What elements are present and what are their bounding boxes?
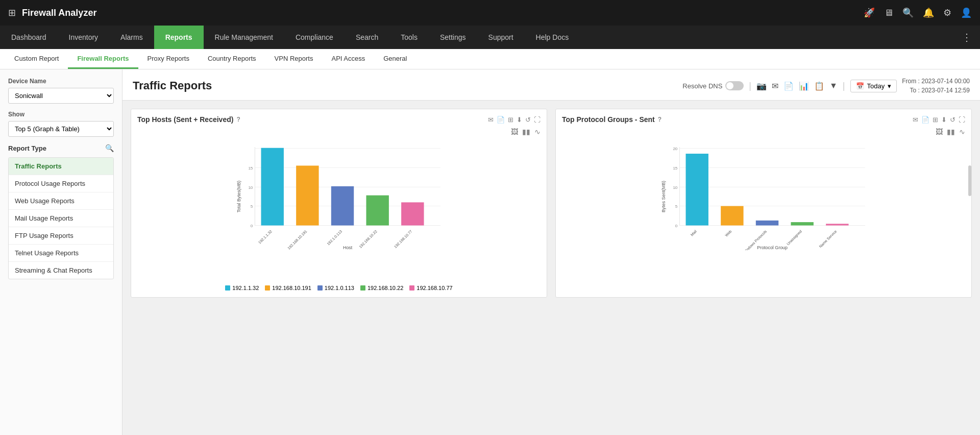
svg-text:Name Service: Name Service (818, 229, 838, 249)
svg-text:Bytes Sent(MB): Bytes Sent(MB) (661, 181, 666, 212)
calendar-icon: 📅 (856, 82, 864, 90)
search-icon-top[interactable]: 🔍 (902, 7, 914, 18)
chart2-bar-icon[interactable]: ▮▮ (947, 128, 955, 136)
report-protocol-usage[interactable]: Protocol Usage Reports (9, 175, 113, 192)
svg-text:Host: Host (343, 245, 353, 250)
device-name-select[interactable]: Sonicwall (8, 88, 114, 104)
chart1-bar-icon[interactable]: ▮▮ (522, 128, 530, 136)
svg-text:Total Bytes(MB): Total Bytes(MB) (236, 181, 241, 213)
csv-icon[interactable]: 📊 (799, 81, 809, 91)
chart2-refresh-icon[interactable]: ↺ (950, 116, 955, 124)
chart2-table-icon[interactable]: ⊞ (933, 116, 938, 124)
nav-tools[interactable]: Tools (389, 26, 429, 49)
show-select[interactable]: Top 5 (Graph & Table) (8, 121, 114, 137)
chart2-svg: Bytes Sent(MB) 0 5 10 15 (587, 143, 945, 250)
mail-export-icon[interactable]: ✉ (772, 81, 778, 91)
chart2-image-icon[interactable]: 🖼 (936, 128, 943, 136)
legend-label-4: 192.168.10.22 (368, 285, 403, 291)
svg-text:Unassigned: Unassigned (786, 229, 802, 246)
nav-search[interactable]: Search (345, 26, 389, 49)
sub-country-reports[interactable]: Country Reports (199, 49, 265, 69)
chart1-title: Top Hosts (Sent + Received) ? (137, 115, 240, 124)
chart1-area-icon[interactable]: ∿ (534, 128, 541, 136)
chart2-expand-icon[interactable]: ⛶ (959, 116, 965, 124)
report-traffic[interactable]: Traffic Reports (9, 158, 113, 175)
svg-text:Protocol Group: Protocol Group (757, 245, 788, 250)
user-icon[interactable]: 👤 (961, 7, 972, 18)
nav-inventory[interactable]: Inventory (58, 26, 110, 49)
sub-vpn-reports[interactable]: VPN Reports (265, 49, 323, 69)
separator-1: | (749, 81, 751, 91)
chart1-image-icon[interactable]: 🖼 (511, 128, 518, 136)
nav-alarms[interactable]: Alarms (109, 26, 154, 49)
chart2-area-icon[interactable]: ∿ (959, 128, 965, 136)
nav-more-icon[interactable]: ⋮ (953, 26, 980, 49)
screenshot-icon[interactable]: 📷 (756, 81, 767, 91)
chart2-title: Top Protocol Groups - Sent ? (562, 115, 662, 124)
date-picker[interactable]: 📅 Today ▾ (850, 80, 897, 92)
nav-support[interactable]: Support (477, 26, 525, 49)
report-web-usage[interactable]: Web Usage Reports (9, 192, 113, 210)
chart2-pdf-icon[interactable]: 📄 (921, 116, 929, 124)
legend-item-5: 192.168.10.77 (409, 285, 452, 291)
report-telnet-usage[interactable]: Telnet Usage Reports (9, 245, 113, 262)
sub-firewall-reports[interactable]: Firewall Reports (68, 49, 138, 69)
svg-text:15: 15 (248, 166, 253, 171)
report-mail-usage[interactable]: Mail Usage Reports (9, 210, 113, 227)
chevron-down-icon: ▾ (888, 82, 891, 90)
chart1-help-icon[interactable]: ? (236, 116, 240, 123)
chart1-container: Total Bytes(MB) 0 5 10 (137, 138, 541, 281)
grid-icon[interactable]: ⊞ (8, 7, 16, 18)
header-right: 🚀 🖥 🔍 🔔 ⚙ 👤 (864, 7, 972, 18)
legend-label-5: 192.168.10.77 (416, 285, 452, 291)
xls-icon[interactable]: 📋 (814, 81, 824, 91)
legend-dot-2 (265, 285, 270, 291)
sub-general[interactable]: General (374, 49, 416, 69)
legend-dot-3 (317, 285, 323, 291)
svg-text:192.168.10.77: 192.168.10.77 (393, 229, 413, 249)
nav-reports[interactable]: Reports (154, 26, 204, 49)
sub-proxy-reports[interactable]: Proxy Reports (138, 49, 199, 69)
chart1-expand-icon[interactable]: ⛶ (534, 116, 541, 124)
sub-api-access[interactable]: API Access (322, 49, 374, 69)
chart2-header: Top Protocol Groups - Sent ? ✉ 📄 ⊞ ⬇ ↺ ⛶ (562, 115, 965, 124)
pdf-icon[interactable]: 📄 (783, 81, 794, 91)
nav-settings[interactable]: Settings (429, 26, 477, 49)
chart2-download-icon[interactable]: ⬇ (941, 116, 947, 124)
chart1-table-icon[interactable]: ⊞ (508, 116, 513, 124)
legend-label-3: 192.1.0.113 (325, 285, 354, 291)
filter-icon[interactable]: ▼ (829, 81, 838, 90)
bell-icon[interactable]: 🔔 (923, 7, 934, 18)
sub-custom-report[interactable]: Custom Report (5, 49, 68, 69)
rocket-icon[interactable]: 🚀 (864, 7, 875, 18)
nav-compliance[interactable]: Compliance (284, 26, 345, 49)
svg-rect-36 (686, 154, 708, 226)
nav-help-docs[interactable]: Help Docs (525, 26, 580, 49)
nav-rule-management[interactable]: Rule Management (204, 26, 284, 49)
header-left: ⊞ Firewall Analyzer (8, 7, 96, 18)
monitor-icon[interactable]: 🖥 (884, 8, 893, 18)
main-layout: Device Name Sonicwall Show Top 5 (Graph … (0, 69, 980, 435)
chart1-pdf-icon[interactable]: 📄 (497, 116, 505, 124)
scroll-handle[interactable] (968, 165, 971, 196)
legend-dot-1 (225, 285, 230, 291)
report-type-search-icon[interactable]: 🔍 (105, 144, 114, 152)
nav-dashboard[interactable]: Dashboard (0, 26, 58, 49)
dns-toggle-switch[interactable] (725, 81, 744, 90)
legend-dot-4 (360, 285, 365, 291)
chart1-mail-icon[interactable]: ✉ (488, 116, 494, 124)
main-nav: Dashboard Inventory Alarms Reports Rule … (0, 26, 980, 49)
report-ftp-usage[interactable]: FTP Usage Reports (9, 227, 113, 245)
legend-item-1: 192.1.1.32 (225, 285, 259, 291)
chart2-mail-icon[interactable]: ✉ (913, 116, 918, 124)
chart1-refresh-icon[interactable]: ↺ (525, 116, 531, 124)
chart1-icons: ✉ 📄 ⊞ ⬇ ↺ ⛶ (488, 116, 541, 124)
gear-icon[interactable]: ⚙ (943, 7, 951, 18)
date-range: From : 2023-07-14 00:00 To : 2023-07-14 … (902, 77, 970, 95)
svg-rect-37 (721, 206, 743, 226)
svg-text:15: 15 (673, 166, 677, 171)
chart1-download-icon[interactable]: ⬇ (517, 116, 522, 124)
report-streaming-chat[interactable]: Streaming & Chat Reports (9, 262, 113, 279)
svg-text:10: 10 (248, 185, 253, 190)
chart2-help-icon[interactable]: ? (658, 116, 662, 123)
